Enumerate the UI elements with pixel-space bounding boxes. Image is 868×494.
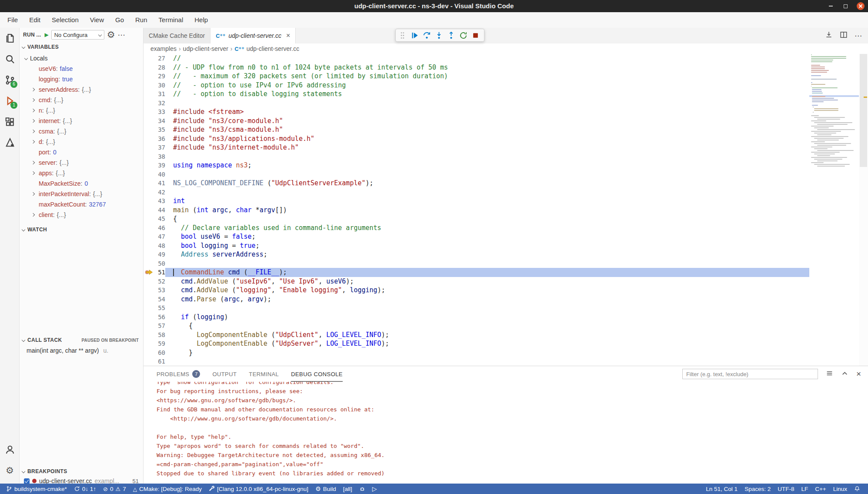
sync-changes-item[interactable]: 0↓ 1↑ (70, 484, 100, 494)
maximize-button[interactable] (842, 3, 849, 10)
search-icon[interactable] (0, 49, 20, 70)
code-line-31[interactable]: 31// - option to disable logging stateme… (144, 90, 809, 99)
line-number[interactable]: 28 (144, 63, 165, 72)
indentation-item[interactable]: Spaces: 2 (741, 484, 774, 494)
code-line-53[interactable]: 53 cmd.AddValue ("logging", "Enable logg… (144, 286, 809, 295)
locals-scope-row[interactable]: Locals (20, 53, 143, 63)
code-editor[interactable]: 27//28// - UDP flow from n0 to n1 of 102… (144, 54, 868, 366)
scrollbar-thumb[interactable] (860, 54, 867, 167)
step-into-icon[interactable] (435, 31, 443, 40)
variable-row-port[interactable]: port:0 (20, 147, 143, 157)
line-number[interactable]: 55 (144, 304, 165, 313)
code-line-28[interactable]: 28// - UDP flow from n0 to n1 of 1024 by… (144, 63, 809, 72)
extensions-icon[interactable] (0, 111, 20, 132)
debug-console-output[interactable]: Type "show configuration" for configurat… (144, 382, 868, 484)
cursor-position-item[interactable]: Ln 51, Col 1 (702, 484, 741, 494)
code-line-41[interactable]: 41NS_LOG_COMPONENT_DEFINE ("UdpClientSer… (144, 179, 809, 188)
variable-row-server[interactable]: server:{...} (20, 157, 143, 168)
line-number[interactable]: 61 (144, 357, 165, 366)
stop-icon[interactable] (471, 31, 480, 40)
variable-row-internet[interactable]: internet:{...} (20, 116, 143, 126)
menu-view[interactable]: View (84, 12, 110, 28)
code-line-51[interactable]: 51 CommandLine cmd (__FILE__); (144, 268, 809, 277)
code-line-32[interactable]: 32 (144, 99, 809, 108)
cmake-status-item[interactable]: CMake: [Debug]: Ready (130, 484, 205, 494)
tab-problems[interactable]: PROBLEMS 7 (157, 366, 200, 382)
line-number[interactable]: 41 (144, 179, 165, 188)
code-line-60[interactable]: 60 } (144, 348, 809, 357)
line-number[interactable]: 32 (144, 99, 165, 108)
variable-row-maxPacketCount[interactable]: maxPacketCount:32767 (20, 199, 143, 210)
line-number[interactable]: 47 (144, 232, 165, 241)
code-line-47[interactable]: 47 bool useV6 = false; (144, 232, 809, 241)
more-editor-actions-icon[interactable] (855, 31, 862, 40)
launch-target-button[interactable] (369, 484, 381, 494)
line-number[interactable]: 40 (144, 170, 165, 179)
line-number[interactable]: 30 (144, 81, 165, 90)
download-icon[interactable] (825, 31, 833, 40)
cmake-build-button[interactable]: Build (312, 484, 340, 494)
code-line-38[interactable]: 38 (144, 152, 809, 161)
line-number[interactable]: 58 (144, 330, 165, 340)
menu-go[interactable]: Go (110, 12, 130, 28)
git-branch-item[interactable]: buildsystem-cmake* (3, 484, 70, 494)
code-line-46[interactable]: 46 // Declare variables used in command-… (144, 224, 809, 233)
account-icon[interactable] (0, 439, 20, 460)
line-number[interactable]: 44 (144, 206, 165, 215)
line-number[interactable]: 46 (144, 224, 165, 233)
variable-row-logging[interactable]: logging:true (20, 74, 143, 84)
breadcrumb-examples[interactable]: examples (150, 45, 177, 52)
line-number[interactable]: 38 (144, 152, 165, 161)
maximize-panel-icon[interactable] (841, 370, 848, 379)
line-number[interactable]: 49 (144, 250, 165, 259)
debug-settings-gear-icon[interactable] (107, 30, 115, 40)
line-number[interactable]: 53 (144, 286, 165, 295)
code-line-36[interactable]: 36#include "ns3/applications-module.h" (144, 134, 809, 144)
line-number[interactable]: 59 (144, 339, 165, 348)
breakpoint-checkbox[interactable] (24, 478, 30, 484)
menu-edit[interactable]: Edit (23, 12, 46, 28)
tab-udp-client-server[interactable]: C⁺⁺ udp-client-server.cc (210, 28, 296, 43)
variable-row-d[interactable]: d:{...} (20, 137, 143, 147)
console-filter-input[interactable] (682, 369, 818, 379)
source-control-icon[interactable]: 6 (0, 70, 20, 90)
line-number[interactable]: 42 (144, 188, 165, 197)
start-debug-icon[interactable] (44, 32, 48, 38)
code-line-54[interactable]: 54 cmd.Parse (argc, argv); (144, 295, 809, 304)
cmake-kit-item[interactable]: [Clang 12.0.0 x86_64-pc-linux-gnu] (205, 484, 312, 494)
debug-target-button[interactable] (356, 484, 369, 494)
menu-help[interactable]: Help (189, 12, 214, 28)
explorer-icon[interactable] (0, 28, 20, 49)
close-tab-icon[interactable] (286, 32, 290, 39)
line-number[interactable]: 27 (144, 54, 165, 63)
continue-icon[interactable] (411, 31, 419, 40)
build-target-item[interactable]: [all] (340, 484, 356, 494)
code-line-33[interactable]: 33#include <fstream> (144, 107, 809, 117)
breakpoint-list-item[interactable]: udp-client-server.cc exampl... 51 (20, 476, 143, 484)
line-number[interactable]: 29 (144, 72, 165, 81)
variable-row-n[interactable]: n:{...} (20, 105, 143, 116)
variable-row-interPacketInterval[interactable]: interPacketInterval:{...} (20, 189, 143, 199)
variable-row-client[interactable]: client:{...} (20, 210, 143, 220)
breadcrumb-udp-client-server[interactable]: udp-client-server (183, 45, 228, 52)
menu-terminal[interactable]: Terminal (153, 12, 189, 28)
line-number[interactable]: 33 (144, 107, 165, 117)
code-line-61[interactable]: 61 (144, 357, 809, 366)
code-line-55[interactable]: 55 (144, 304, 809, 313)
code-line-45[interactable]: 45{ (144, 214, 809, 224)
os-item[interactable]: Linux (830, 484, 851, 494)
menu-selection[interactable]: Selection (46, 12, 84, 28)
code-line-37[interactable]: 37#include "ns3/internet-module.h" (144, 143, 809, 152)
code-line-59[interactable]: 59 LogComponentEnable ("UdpServer", LOG_… (144, 339, 809, 348)
code-line-30[interactable]: 30// - option to use IPv4 or IPv6 addres… (144, 81, 809, 90)
close-button[interactable] (857, 2, 865, 10)
cmake-view-icon[interactable] (0, 132, 20, 153)
code-line-35[interactable]: 35#include "ns3/csma-module.h" (144, 125, 809, 134)
line-number[interactable]: 54 (144, 295, 165, 304)
tab-output[interactable]: OUTPUT (212, 366, 237, 382)
code-line-48[interactable]: 48 bool logging = true; (144, 241, 809, 250)
line-number[interactable]: 36 (144, 134, 165, 144)
line-number[interactable]: 50 (144, 259, 165, 268)
code-line-29[interactable]: 29// - maximum of 320 packets sent (or l… (144, 72, 809, 81)
code-line-44[interactable]: 44main (int argc, char *argv[]) (144, 206, 809, 215)
